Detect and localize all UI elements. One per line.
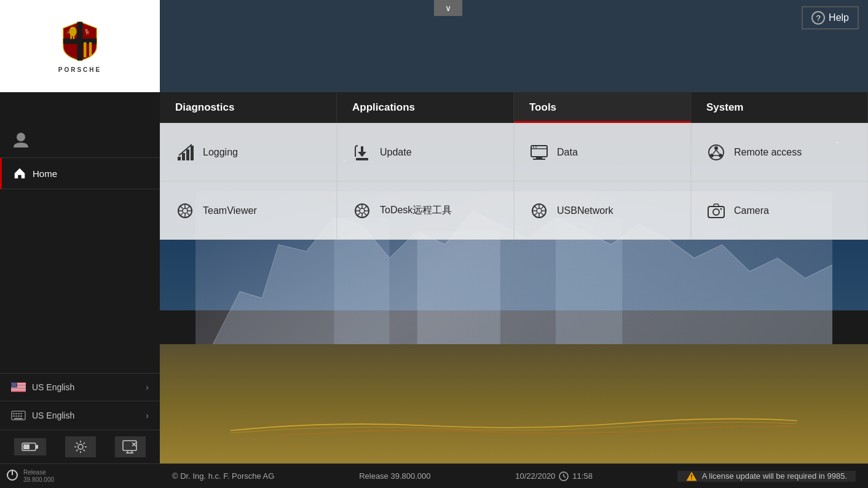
brightness-icon [74,440,87,454]
data-label: Data [557,147,578,158]
menu-cell-update[interactable]: Update [337,123,514,181]
footer-version: Release 39.800.000 [23,469,54,484]
svg-point-19 [12,383,12,384]
svg-rect-32 [13,415,15,417]
svg-line-82 [713,150,716,154]
svg-marker-71 [358,152,366,157]
battery-button[interactable] [14,438,46,455]
svg-rect-31 [20,413,22,414]
svg-point-96 [360,208,365,213]
top-header-area: ∨ ? Help [160,0,868,92]
svg-rect-38 [36,445,38,449]
svg-line-46 [83,450,85,452]
light-trails-svg [231,395,797,446]
menu-cell-data[interactable]: Data [514,123,691,181]
tab-system[interactable]: System [691,92,868,123]
menu-cell-todesk[interactable]: ToDesk远程工具 [337,181,514,240]
warning-icon: ! [686,471,697,482]
tab-applications[interactable]: Applications [337,92,514,123]
nav-tabs: Diagnostics Applications Tools System [160,92,868,123]
svg-point-25 [14,385,14,386]
light-trails [231,395,797,446]
user-icon [11,130,31,150]
nav-sidebar-spacer [0,92,160,123]
menu-grid: Logging Update [160,123,868,240]
svg-rect-49 [123,441,136,451]
clock-icon [559,471,569,481]
chevron-right-icon-2: › [146,411,149,420]
menu-cell-teamviewer[interactable]: TeamViewer [160,181,337,240]
menu-cell-logging[interactable]: Logging [160,123,337,181]
teamviewer-label: TeamViewer [203,205,257,216]
brightness-button[interactable] [65,436,96,457]
teamviewer-icon [176,202,194,220]
svg-line-112 [542,213,545,216]
svg-point-21 [15,383,16,384]
power-button[interactable] [6,469,18,484]
footer-warning: ! A license update will be required in 9… [677,471,856,482]
home-icon [13,167,26,180]
top-dropdown[interactable]: ∨ [434,0,462,16]
svg-point-76 [533,146,534,148]
menu-cell-remote-access[interactable]: Remote access [691,123,868,181]
svg-line-103 [365,206,368,209]
logo-area: 🦌 ⚔ PORSCHE PORSCHE [0,0,160,92]
sidebar-language-1[interactable]: US English › [0,373,160,401]
sidebar-bottom: US English › [0,373,160,463]
svg-point-81 [719,154,722,157]
svg-rect-30 [18,413,20,414]
svg-point-24 [12,385,12,386]
footer-main: © Dr. Ing. h.c. F. Porsche AG Release 39… [160,464,868,488]
sidebar: Home [0,123,160,463]
camera-icon [707,202,725,220]
tab-tools[interactable]: Tools [514,92,691,123]
menu-cell-camera[interactable]: Camera [691,181,868,240]
svg-rect-18 [11,382,17,388]
svg-rect-17 [11,390,26,391]
svg-line-113 [542,206,545,209]
sidebar-language-2[interactable]: US English › [0,401,160,430]
power-icon [6,469,18,481]
svg-rect-15 [11,387,26,388]
help-button[interactable]: ? Help [802,6,859,30]
svg-line-104 [357,213,360,216]
content-row: Home [0,123,868,463]
svg-rect-36 [14,418,23,419]
svg-line-101 [357,206,360,209]
footer-sidebar: Release 39.800.000 [0,464,160,488]
svg-line-45 [76,443,78,444]
svg-rect-16 [11,389,26,390]
keyboard-icon [11,410,26,421]
svg-point-116 [713,209,719,215]
footer-warning-text: A license update will be required in 998… [702,471,847,481]
svg-point-77 [535,146,537,148]
tab-diagnostics[interactable]: Diagnostics [160,92,337,123]
battery-icon [22,442,39,452]
svg-rect-65 [178,157,181,160]
svg-rect-3 [70,34,72,39]
menu-cell-usbnetwork[interactable]: USBNetwork [514,181,691,240]
sidebar-user-area[interactable] [0,123,160,158]
grid-area: Logging Update [160,123,868,463]
svg-line-91 [180,206,183,209]
svg-rect-29 [15,413,17,414]
help-circle-icon: ? [811,11,825,25]
footer-release-info: Release 39.800.000 [359,471,430,481]
svg-rect-35 [20,415,22,417]
usbnetwork-label: USBNetwork [557,205,614,216]
sidebar-item-home[interactable]: Home [0,158,160,189]
svg-point-117 [720,208,722,210]
usbnetwork-icon [530,202,548,220]
svg-rect-34 [18,415,20,417]
svg-text:PORSCHE: PORSCHE [67,61,93,63]
logging-label: Logging [203,147,238,158]
svg-point-26 [15,385,16,386]
svg-point-40 [78,444,83,449]
display-off-button[interactable] [115,436,146,457]
svg-rect-7 [84,42,86,57]
svg-line-94 [180,213,183,216]
svg-rect-67 [186,149,189,160]
display-off-icon [122,440,138,454]
status-icons-row [0,430,160,463]
svg-line-111 [534,206,537,209]
